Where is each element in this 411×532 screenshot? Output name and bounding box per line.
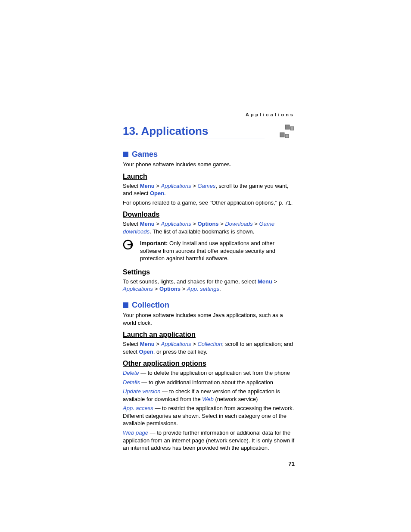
subheading-other-options: Other application options	[123, 360, 295, 367]
open-label: Open	[150, 190, 164, 196]
section-collection: Collection Your phone software includes …	[123, 301, 295, 452]
subheading-launch: Launch	[123, 173, 295, 180]
settings-path: To set sounds, lights, and shakes for th…	[123, 278, 295, 293]
games-label: Games	[197, 183, 215, 189]
section-heading-text: Games	[132, 150, 158, 159]
subheading-settings: Settings	[123, 268, 295, 276]
chapter-title: 13. Applications	[123, 124, 265, 139]
subheading-downloads: Downloads	[123, 211, 295, 218]
option-update: Update version — to check if a new versi…	[123, 388, 295, 403]
option-webpage: Web page — to provide further informatio…	[123, 429, 295, 452]
subheading-launch-app: Launch an application	[123, 331, 295, 339]
applications-icon	[277, 123, 295, 140]
launch-path: Select Menu > Applications > Games, scro…	[123, 182, 295, 197]
option-delete: Delete — to delete the application or ap…	[123, 369, 295, 377]
important-note: Important: Only install and use applicat…	[123, 238, 295, 264]
important-icon	[123, 238, 135, 264]
chapter-header-row: 13. Applications	[123, 123, 295, 140]
launch-app-path: Select Menu > Applications > Collection;…	[123, 340, 295, 355]
square-bullet-icon	[123, 152, 128, 157]
collection-intro: Your phone software includes some Java a…	[123, 311, 295, 327]
option-access: App. access — to restrict the applicatio…	[123, 404, 295, 427]
section-heading-text: Collection	[132, 301, 169, 310]
menu-label: Menu	[140, 183, 155, 189]
svg-rect-1	[290, 127, 294, 130]
important-text: Important: Only install and use applicat…	[140, 240, 295, 262]
page-number: 71	[123, 460, 295, 467]
applications-label: Applications	[161, 183, 191, 189]
option-details: Details — to give additional information…	[123, 379, 295, 386]
running-header: Applications	[123, 112, 295, 117]
launch-options-note: For options related to a game, see "Othe…	[123, 199, 295, 207]
svg-rect-2	[280, 133, 284, 137]
section-games: Games Your phone software includes some …	[123, 150, 295, 293]
downloads-path: Select Menu > Applications > Options > D…	[123, 220, 295, 235]
square-bullet-icon	[123, 302, 128, 308]
svg-rect-0	[285, 125, 290, 129]
svg-rect-3	[285, 134, 289, 138]
games-intro: Your phone software includes some games.	[123, 161, 295, 168]
document-page: Applications 13. Applications Games Your…	[0, 0, 411, 467]
section-heading-collection: Collection	[123, 301, 295, 310]
section-heading-games: Games	[123, 150, 295, 159]
